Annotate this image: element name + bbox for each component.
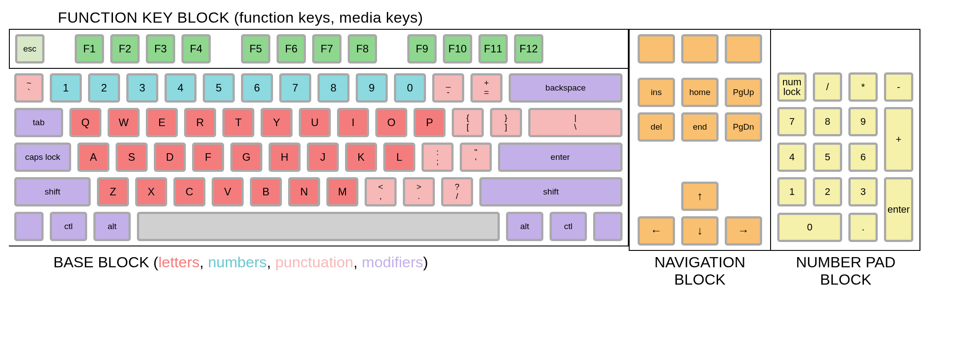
key-np-8[interactable]: 8 [813,107,842,136]
key-f2[interactable]: F2 [110,34,140,63]
key-np-mul[interactable]: * [848,72,878,102]
key-7[interactable]: 7 [279,73,311,103]
key-slash[interactable]: ?/ [441,177,473,206]
key-lbracket[interactable]: {[ [452,108,484,137]
key-o[interactable]: O [375,108,407,137]
key-np-7[interactable]: 7 [777,107,807,136]
key-np-1[interactable]: 1 [777,177,807,206]
key-m[interactable]: M [326,177,358,206]
key-semicolon[interactable]: :; [422,143,454,172]
key-numlock[interactable]: num lock [777,72,807,102]
key-c[interactable]: C [173,177,205,206]
key-home[interactable]: home [681,78,719,107]
key-rctl[interactable]: ctl [550,212,587,241]
key-np-add[interactable]: + [884,107,913,172]
key-np-2[interactable]: 2 [813,177,842,206]
key-y[interactable]: Y [261,108,293,137]
key-5[interactable]: 5 [203,73,235,103]
key-np-4[interactable]: 4 [777,143,807,172]
key-pgdn[interactable]: PgDn [725,112,762,142]
key-space[interactable] [137,212,500,241]
key-0[interactable]: 0 [394,73,426,103]
key-ralt[interactable]: alt [506,212,543,241]
key-np-enter[interactable]: enter [884,177,913,242]
key-rmeta[interactable] [593,212,623,241]
key-right[interactable]: → [725,216,762,246]
key-f5[interactable]: F5 [241,34,270,63]
key-6[interactable]: 6 [241,73,273,103]
key-2[interactable]: 2 [88,73,120,103]
key-left[interactable]: ← [638,216,675,246]
key-3[interactable]: 3 [126,73,158,103]
key-period[interactable]: >. [403,177,435,206]
key-quote[interactable]: "' [460,143,492,172]
key-np-div[interactable]: / [813,72,842,102]
key-l[interactable]: L [383,143,415,172]
key-s[interactable]: S [116,143,148,172]
key-ins[interactable]: ins [638,78,675,107]
key-nav-blank2[interactable] [681,34,719,63]
key-f12[interactable]: F12 [514,34,543,63]
key-f4[interactable]: F4 [181,34,211,63]
key-comma[interactable]: <, [365,177,397,206]
key-lctl[interactable]: ctl [50,212,87,241]
key-up[interactable]: ↑ [681,182,719,211]
key-pgup[interactable]: PgUp [725,78,762,107]
key-np-dot[interactable]: . [848,213,878,242]
key-np-3[interactable]: 3 [848,177,878,206]
key-p[interactable]: P [414,108,446,137]
key-w[interactable]: W [108,108,140,137]
key-f8[interactable]: F8 [348,34,377,63]
key-z[interactable]: Z [97,177,129,206]
key-np-5[interactable]: 5 [813,143,842,172]
key-capslock[interactable]: caps lock [14,143,71,172]
key-f1[interactable]: F1 [75,34,104,63]
key-f9[interactable]: F9 [407,34,437,63]
key-lshift[interactable]: shift [14,177,91,206]
key-nav-blank3[interactable] [725,34,762,63]
key-np-6[interactable]: 6 [848,143,878,172]
key-r[interactable]: R [184,108,216,137]
key-rbracket[interactable]: }] [490,108,522,137]
key-a[interactable]: A [77,143,109,172]
key-np-sub[interactable]: - [884,72,913,102]
key-tilde[interactable]: ~` [14,73,44,103]
key-rshift[interactable]: shift [479,177,623,206]
key-backspace[interactable]: backspace [509,73,623,103]
key-h[interactable]: H [269,143,301,172]
key-q[interactable]: Q [69,108,101,137]
key-down[interactable]: ↓ [681,216,719,246]
key-f7[interactable]: F7 [312,34,341,63]
key-n[interactable]: N [288,177,320,206]
key-f10[interactable]: F10 [443,34,472,63]
key-e[interactable]: E [146,108,178,137]
key-equals[interactable]: += [470,73,502,103]
key-x[interactable]: X [135,177,167,206]
key-8[interactable]: 8 [317,73,349,103]
key-f3[interactable]: F3 [146,34,175,63]
key-backslash[interactable]: |\ [528,108,623,137]
key-f[interactable]: F [192,143,224,172]
key-del[interactable]: del [638,112,675,142]
key-4[interactable]: 4 [165,73,197,103]
key-b[interactable]: B [250,177,282,206]
key-esc[interactable]: esc [15,34,44,63]
key-f11[interactable]: F11 [478,34,508,63]
key-d[interactable]: D [154,143,186,172]
key-tab[interactable]: tab [14,108,63,137]
key-k[interactable]: K [345,143,377,172]
key-nav-blank1[interactable] [638,34,675,63]
key-np-9[interactable]: 9 [848,107,878,136]
key-9[interactable]: 9 [356,73,388,103]
key-g[interactable]: G [230,143,262,172]
key-enter[interactable]: enter [498,143,623,172]
key-lmeta[interactable] [14,212,44,241]
key-u[interactable]: U [299,108,331,137]
key-dash[interactable]: _- [432,73,464,103]
key-1[interactable]: 1 [50,73,82,103]
key-t[interactable]: T [222,108,254,137]
key-i[interactable]: I [337,108,369,137]
key-lalt[interactable]: alt [93,212,131,241]
key-v[interactable]: V [212,177,244,206]
key-j[interactable]: J [307,143,339,172]
